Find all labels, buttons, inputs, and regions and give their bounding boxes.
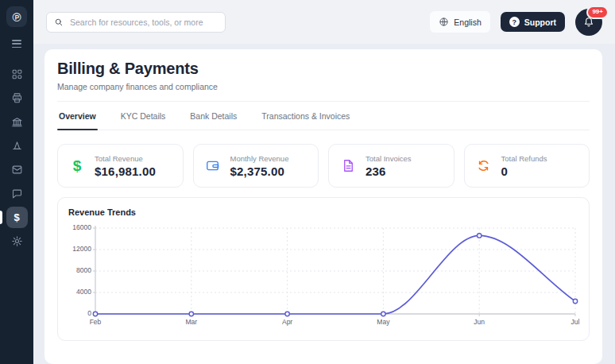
svg-text:4000: 4000: [76, 288, 91, 296]
svg-text:16000: 16000: [72, 223, 91, 231]
svg-text:Apr: Apr: [282, 318, 292, 326]
support-button[interactable]: ? Support: [501, 12, 565, 32]
svg-text:May: May: [377, 318, 390, 326]
chart-title: Revenue Trends: [68, 207, 578, 217]
chat-icon: [11, 188, 23, 199]
notification-badge: 99+: [586, 6, 609, 19]
stat-label: Total Revenue: [95, 154, 156, 163]
mail-icon: [11, 164, 23, 176]
printer-icon: [11, 92, 23, 104]
stat-label: Total Invoices: [366, 154, 412, 163]
svg-text:Jun: Jun: [474, 318, 485, 326]
sidebar-item-chat[interactable]: [6, 183, 28, 204]
stat-card-total-revenue: $ Total Revenue $16,981.00: [57, 144, 184, 188]
gear-icon: [11, 235, 23, 247]
tab-bank-details[interactable]: Bank Details: [188, 102, 238, 130]
refresh-icon: [476, 158, 492, 173]
stat-card-total-invoices: Total Invoices 236: [328, 144, 454, 188]
currency-dollar-icon: $: [69, 158, 85, 173]
stat-value: $16,981.00: [95, 165, 156, 178]
bank-icon: [11, 116, 23, 128]
support-label: Support: [524, 17, 556, 27]
svg-text:8000: 8000: [76, 266, 91, 274]
stat-value: 0: [501, 165, 547, 178]
data-point-Jul[interactable]: [573, 299, 577, 303]
data-point-Feb[interactable]: [93, 312, 97, 316]
stat-value: 236: [366, 165, 412, 178]
menu-toggle-icon[interactable]: [12, 40, 21, 48]
stat-cards: $ Total Revenue $16,981.00 Monthly Reven…: [57, 144, 590, 188]
language-selector[interactable]: English: [430, 11, 489, 33]
sidebar-item-documents[interactable]: [6, 87, 28, 109]
data-point-Jun[interactable]: [478, 234, 482, 238]
tab-overview[interactable]: Overview: [57, 102, 98, 130]
logo-glyph: ℗: [12, 10, 21, 24]
wallet-icon: [205, 158, 221, 173]
sidebar: ℗ $: [0, 0, 33, 364]
revenue-trends-chart: 0400080001200016000FebMarAprMayJunJul: [68, 221, 578, 334]
svg-text:Feb: Feb: [90, 318, 102, 326]
sidebar-item-bank[interactable]: [6, 111, 28, 133]
invoice-icon: [340, 158, 356, 173]
revenue-trends-card: Revenue Trends 0400080001200016000FebMar…: [57, 197, 590, 341]
sidebar-item-alerts[interactable]: [6, 135, 28, 157]
stat-card-total-refunds: Total Refunds 0: [464, 144, 590, 188]
data-point-Mar[interactable]: [189, 312, 193, 316]
dollar-icon: $: [14, 211, 19, 223]
app-logo[interactable]: ℗: [6, 6, 27, 27]
sidebar-item-dashboard[interactable]: [6, 64, 28, 85]
page-title: Billing & Payments: [57, 49, 590, 78]
search-icon: [54, 17, 64, 27]
notifications-button[interactable]: 99+: [575, 9, 602, 36]
cone-icon: [11, 140, 23, 152]
data-point-May[interactable]: [381, 312, 385, 316]
stat-card-monthly-revenue: Monthly Revenue $2,375.00: [193, 144, 319, 188]
sidebar-item-mail[interactable]: [6, 159, 28, 180]
svg-text:Mar: Mar: [185, 318, 197, 326]
page-subtitle: Manage company finances and compliance: [57, 82, 590, 91]
sidebar-nav: $: [6, 64, 28, 254]
tab-transactions-invoices[interactable]: Transactions & Invoices: [260, 102, 351, 130]
language-label: English: [454, 17, 481, 27]
topbar-right: English ? Support 99+: [430, 9, 602, 36]
tab-bar: OverviewKYC DetailsBank DetailsTransacti…: [57, 102, 590, 130]
tab-kyc-details[interactable]: KYC Details: [119, 102, 168, 130]
svg-text:12000: 12000: [72, 245, 91, 253]
svg-text:Jul: Jul: [571, 318, 580, 326]
globe-icon: [439, 17, 449, 27]
search-input[interactable]: [68, 17, 218, 28]
data-point-Apr[interactable]: [285, 312, 289, 316]
grid-icon: [11, 68, 23, 80]
sidebar-item-settings[interactable]: [6, 230, 28, 252]
stat-label: Monthly Revenue: [230, 154, 289, 163]
stat-value: $2,375.00: [230, 165, 289, 178]
svg-text:0: 0: [87, 309, 91, 317]
sidebar-item-billing[interactable]: $: [6, 207, 28, 228]
topbar: English ? Support 99+: [33, 0, 615, 44]
stat-label: Total Refunds: [501, 154, 547, 163]
search-box[interactable]: [46, 12, 226, 33]
main-panel: Billing & Payments Manage company financ…: [44, 49, 602, 364]
question-icon: ?: [509, 17, 520, 27]
